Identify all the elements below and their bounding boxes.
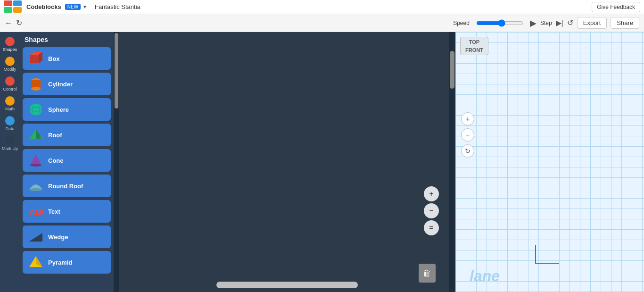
step-label: Step (540, 20, 552, 26)
shapes-scrollbar[interactable] (114, 32, 119, 292)
brand-name: Codeblocks (26, 3, 61, 10)
round-roof-icon (27, 177, 44, 194)
topbar: Codeblocks NEW ▼ Fantastic Stantia Give … (0, 0, 644, 14)
sidebar-label-control: Control (3, 87, 17, 92)
shape-box[interactable]: Box (23, 47, 111, 70)
svg-rect-3 (13, 7, 22, 13)
sidebar-label-shapes: Shapes (3, 47, 17, 52)
sidebar-item-markup[interactable]: Mark Up (0, 134, 19, 153)
shape-roof[interactable]: Roof (23, 124, 111, 146)
shape-cone-label: Cone (48, 157, 64, 164)
svg-marker-14 (36, 129, 41, 139)
sidebar-label-modify: Modify (4, 67, 17, 72)
reset-button[interactable]: ↺ (567, 18, 573, 27)
zoom-fit-button[interactable]: = (424, 220, 439, 235)
shape-cone[interactable]: Cone (23, 149, 111, 172)
main-layout: Shapes Modify Control Math Data Mark Up … (0, 32, 644, 292)
speed-slider[interactable] (476, 19, 523, 27)
viewport-rotate-button[interactable]: ↻ (461, 144, 474, 158)
shapes-panel-title: Shapes (23, 36, 111, 43)
cone-icon (27, 152, 44, 169)
canvas-vertical-scrollbar[interactable] (449, 32, 455, 292)
step-button[interactable]: ▶| (556, 18, 563, 27)
view-cube[interactable]: TOP FRONT (460, 37, 488, 55)
svg-point-9 (31, 87, 41, 91)
play-button[interactable]: ▶ (530, 18, 537, 28)
shape-sphere-label: Sphere (48, 106, 69, 113)
trash-button[interactable]: 🗑 (419, 264, 436, 283)
shape-pyramid[interactable]: Pyramid (23, 251, 111, 274)
viewport-controls: + − ↻ (461, 112, 474, 158)
canvas-scroll-thumb (450, 51, 454, 89)
export-button[interactable]: Export (577, 17, 607, 29)
zoom-out-button[interactable]: − (424, 203, 439, 218)
text-shape-icon: ABC (27, 203, 44, 220)
svg-rect-4 (30, 55, 39, 63)
shape-round-roof-label: Round Roof (48, 183, 83, 190)
shape-text-label: Text (48, 208, 60, 215)
shape-text[interactable]: ABC Text (23, 200, 111, 223)
shape-cylinder-label: Cylinder (48, 81, 73, 88)
viewport-zoom-in-button[interactable]: + (461, 112, 474, 125)
box-icon (27, 50, 44, 67)
shape-box-label: Box (48, 55, 60, 62)
sidebar-label-data: Data (5, 126, 14, 131)
svg-rect-2 (4, 7, 12, 13)
3d-viewport[interactable]: TOP FRONT + − ↻ lane (455, 32, 644, 292)
shape-round-roof[interactable]: Round Roof (23, 175, 111, 197)
sphere-icon (27, 101, 44, 118)
view-cube-inner: TOP FRONT (460, 37, 488, 55)
sidebar-item-math[interactable]: Math (0, 94, 19, 113)
plane-label: lane (470, 267, 500, 285)
svg-point-16 (30, 164, 41, 167)
new-dropdown[interactable]: ▼ (83, 4, 87, 9)
canvas-horizontal-scrollbar[interactable] (216, 282, 358, 288)
wedge-icon (27, 228, 44, 245)
shape-cylinder[interactable]: Cylinder (23, 73, 111, 95)
view-front-label: FRONT (465, 46, 483, 54)
shapes-panel: Shapes Box Cylinder (20, 32, 114, 292)
scroll-thumb (115, 33, 118, 108)
new-badge: NEW (65, 4, 81, 10)
roof-icon (27, 126, 44, 143)
sidebar-item-shapes[interactable]: Shapes (0, 35, 19, 54)
svg-rect-1 (13, 0, 22, 6)
shape-roof-label: Roof (48, 132, 62, 139)
svg-text:ABC: ABC (29, 208, 44, 217)
view-top-label: TOP (465, 38, 483, 46)
svg-rect-0 (4, 0, 12, 6)
svg-point-17 (29, 188, 42, 191)
back-button[interactable]: ← (5, 19, 12, 27)
share-button[interactable]: Share (611, 17, 639, 29)
svg-marker-15 (30, 154, 41, 165)
viewport-zoom-out-button[interactable]: − (461, 128, 474, 142)
svg-point-10 (30, 103, 42, 116)
canvas-area[interactable]: + − = 🗑 (119, 32, 455, 292)
zoom-controls: + − = (424, 186, 439, 235)
left-sidebar: Shapes Modify Control Math Data Mark Up (0, 32, 20, 292)
zoom-in-button[interactable]: + (424, 186, 439, 201)
cylinder-icon (27, 75, 44, 92)
sidebar-item-data[interactable]: Data (0, 114, 19, 133)
svg-marker-20 (29, 233, 42, 242)
pyramid-icon (27, 254, 44, 271)
forward-button[interactable]: ↻ (16, 18, 22, 27)
shape-wedge-label: Wedge (48, 234, 68, 241)
sidebar-label-markup: Mark Up (2, 146, 18, 151)
shape-wedge[interactable]: Wedge (23, 225, 111, 248)
viewport-grid (455, 32, 644, 292)
app-logo (4, 0, 23, 14)
speed-label: Speed (453, 20, 470, 26)
shape-sphere[interactable]: Sphere (23, 98, 111, 121)
give-feedback-button[interactable]: Give Feedback (592, 2, 640, 12)
sidebar-item-control[interactable]: Control (0, 75, 19, 93)
sidebar-label-math: Math (5, 107, 15, 111)
project-name[interactable]: Fantastic Stantia (95, 3, 592, 10)
shape-pyramid-label: Pyramid (48, 259, 72, 266)
toolbar: ← ↻ Speed ▶ Step ▶| ↺ Export Share (0, 14, 644, 32)
sidebar-item-modify[interactable]: Modify (0, 55, 19, 74)
